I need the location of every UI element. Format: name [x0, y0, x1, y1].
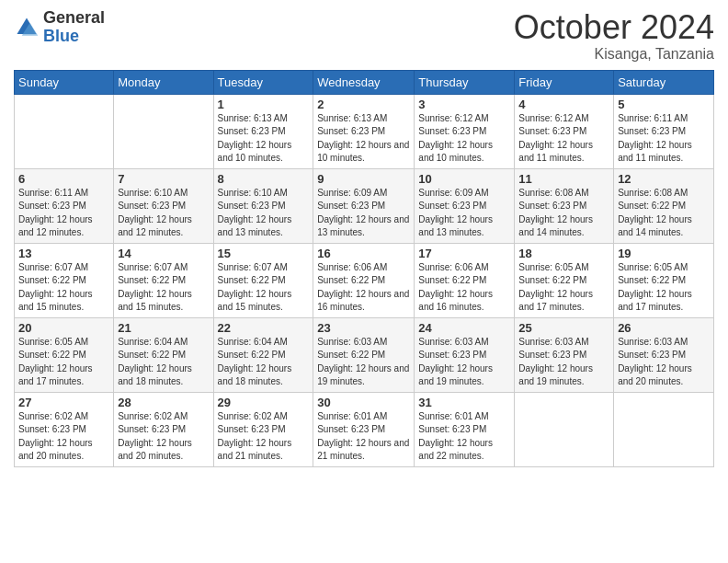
calendar-day-2: 2Sunrise: 6:13 AM Sunset: 6:23 PM Daylig… [313, 94, 415, 168]
day-info: Sunrise: 6:01 AM Sunset: 6:23 PM Dayligh… [317, 410, 410, 464]
title-block: October 2024 Kisanga, Tanzania [514, 9, 714, 63]
calendar-day-7: 7Sunrise: 6:10 AM Sunset: 6:23 PM Daylig… [114, 168, 213, 243]
day-info: Sunrise: 6:03 AM Sunset: 6:22 PM Dayligh… [317, 336, 410, 389]
calendar-day-30: 30Sunrise: 6:01 AM Sunset: 6:23 PM Dayli… [313, 392, 415, 466]
calendar-header-row: SundayMondayTuesdayWednesdayThursdayFrid… [15, 70, 714, 94]
calendar-empty-cell [515, 392, 614, 466]
calendar-empty-cell [614, 392, 714, 466]
day-info: Sunrise: 6:11 AM Sunset: 6:23 PM Dayligh… [18, 187, 109, 240]
day-info: Sunrise: 6:07 AM Sunset: 6:22 PM Dayligh… [18, 261, 109, 315]
calendar-day-23: 23Sunrise: 6:03 AM Sunset: 6:22 PM Dayli… [313, 317, 415, 392]
day-number: 16 [317, 247, 410, 260]
day-number: 20 [18, 321, 109, 335]
calendar-day-11: 11Sunrise: 6:08 AM Sunset: 6:23 PM Dayli… [515, 168, 614, 243]
calendar-day-28: 28Sunrise: 6:02 AM Sunset: 6:23 PM Dayli… [114, 392, 213, 466]
calendar-day-5: 5Sunrise: 6:11 AM Sunset: 6:23 PM Daylig… [614, 94, 714, 168]
day-info: Sunrise: 6:08 AM Sunset: 6:23 PM Dayligh… [518, 187, 609, 240]
calendar-empty-cell [114, 94, 213, 168]
calendar-day-4: 4Sunrise: 6:12 AM Sunset: 6:23 PM Daylig… [515, 94, 614, 168]
day-info: Sunrise: 6:02 AM Sunset: 6:23 PM Dayligh… [218, 410, 310, 464]
calendar-day-24: 24Sunrise: 6:03 AM Sunset: 6:23 PM Dayli… [415, 317, 515, 392]
calendar-day-9: 9Sunrise: 6:09 AM Sunset: 6:23 PM Daylig… [313, 168, 415, 243]
header: General Blue October 2024 Kisanga, Tanza… [14, 9, 714, 63]
calendar-day-8: 8Sunrise: 6:10 AM Sunset: 6:23 PM Daylig… [213, 168, 313, 243]
day-info: Sunrise: 6:02 AM Sunset: 6:23 PM Dayligh… [18, 410, 109, 464]
day-number: 24 [418, 321, 510, 335]
calendar-day-20: 20Sunrise: 6:05 AM Sunset: 6:22 PM Dayli… [15, 317, 114, 392]
calendar-day-27: 27Sunrise: 6:02 AM Sunset: 6:23 PM Dayli… [15, 392, 114, 466]
logo-text: General Blue [43, 9, 105, 46]
day-info: Sunrise: 6:03 AM Sunset: 6:23 PM Dayligh… [518, 336, 609, 389]
calendar-day-6: 6Sunrise: 6:11 AM Sunset: 6:23 PM Daylig… [15, 168, 114, 243]
day-number: 8 [218, 172, 310, 186]
calendar-day-12: 12Sunrise: 6:08 AM Sunset: 6:22 PM Dayli… [614, 168, 714, 243]
weekday-header-sunday: Sunday [15, 70, 114, 94]
day-number: 6 [18, 172, 109, 186]
day-number: 17 [418, 247, 510, 260]
day-number: 3 [418, 98, 510, 111]
logo-general-text: General [43, 9, 105, 28]
calendar-day-14: 14Sunrise: 6:07 AM Sunset: 6:22 PM Dayli… [114, 243, 213, 317]
calendar-day-22: 22Sunrise: 6:04 AM Sunset: 6:22 PM Dayli… [213, 317, 313, 392]
weekday-header-monday: Monday [114, 70, 213, 94]
day-info: Sunrise: 6:13 AM Sunset: 6:23 PM Dayligh… [317, 112, 410, 166]
day-info: Sunrise: 6:05 AM Sunset: 6:22 PM Dayligh… [618, 261, 710, 315]
day-info: Sunrise: 6:09 AM Sunset: 6:23 PM Dayligh… [418, 187, 510, 240]
calendar-week-row: 13Sunrise: 6:07 AM Sunset: 6:22 PM Dayli… [15, 243, 714, 317]
calendar-week-row: 20Sunrise: 6:05 AM Sunset: 6:22 PM Dayli… [15, 317, 714, 392]
day-info: Sunrise: 6:10 AM Sunset: 6:23 PM Dayligh… [118, 187, 209, 240]
calendar-day-3: 3Sunrise: 6:12 AM Sunset: 6:23 PM Daylig… [415, 94, 515, 168]
weekday-header-friday: Friday [515, 70, 614, 94]
calendar-table: SundayMondayTuesdayWednesdayThursdayFrid… [14, 70, 714, 467]
day-number: 27 [18, 396, 109, 409]
calendar-day-13: 13Sunrise: 6:07 AM Sunset: 6:22 PM Dayli… [15, 243, 114, 317]
calendar-day-16: 16Sunrise: 6:06 AM Sunset: 6:22 PM Dayli… [313, 243, 415, 317]
day-number: 25 [518, 321, 609, 335]
day-info: Sunrise: 6:08 AM Sunset: 6:22 PM Dayligh… [618, 187, 710, 240]
calendar-week-row: 1Sunrise: 6:13 AM Sunset: 6:23 PM Daylig… [15, 94, 714, 168]
calendar-day-21: 21Sunrise: 6:04 AM Sunset: 6:22 PM Dayli… [114, 317, 213, 392]
calendar-day-29: 29Sunrise: 6:02 AM Sunset: 6:23 PM Dayli… [213, 392, 313, 466]
day-info: Sunrise: 6:12 AM Sunset: 6:23 PM Dayligh… [518, 112, 609, 166]
calendar-day-10: 10Sunrise: 6:09 AM Sunset: 6:23 PM Dayli… [415, 168, 515, 243]
day-info: Sunrise: 6:07 AM Sunset: 6:22 PM Dayligh… [118, 261, 209, 315]
day-number: 11 [518, 172, 609, 186]
calendar-day-25: 25Sunrise: 6:03 AM Sunset: 6:23 PM Dayli… [515, 317, 614, 392]
day-info: Sunrise: 6:13 AM Sunset: 6:23 PM Dayligh… [218, 112, 310, 166]
calendar-week-row: 27Sunrise: 6:02 AM Sunset: 6:23 PM Dayli… [15, 392, 714, 466]
day-number: 21 [118, 321, 209, 335]
day-number: 28 [118, 396, 209, 409]
day-number: 9 [317, 172, 410, 186]
weekday-header-thursday: Thursday [415, 70, 515, 94]
calendar-day-19: 19Sunrise: 6:05 AM Sunset: 6:22 PM Dayli… [614, 243, 714, 317]
day-number: 4 [518, 98, 609, 111]
day-info: Sunrise: 6:01 AM Sunset: 6:23 PM Dayligh… [418, 410, 510, 464]
logo-icon [14, 15, 40, 40]
day-number: 15 [218, 247, 310, 260]
weekday-header-saturday: Saturday [614, 70, 714, 94]
day-number: 1 [218, 98, 310, 111]
day-number: 18 [518, 247, 609, 260]
day-info: Sunrise: 6:05 AM Sunset: 6:22 PM Dayligh… [518, 261, 609, 315]
day-number: 23 [317, 321, 410, 335]
title-location: Kisanga, Tanzania [514, 46, 714, 63]
day-info: Sunrise: 6:10 AM Sunset: 6:23 PM Dayligh… [218, 187, 310, 240]
day-number: 5 [618, 98, 710, 111]
day-info: Sunrise: 6:11 AM Sunset: 6:23 PM Dayligh… [618, 112, 710, 166]
day-number: 22 [218, 321, 310, 335]
weekday-header-tuesday: Tuesday [213, 70, 313, 94]
calendar-day-18: 18Sunrise: 6:05 AM Sunset: 6:22 PM Dayli… [515, 243, 614, 317]
day-info: Sunrise: 6:06 AM Sunset: 6:22 PM Dayligh… [418, 261, 510, 315]
page: General Blue October 2024 Kisanga, Tanza… [0, 0, 728, 563]
day-number: 12 [618, 172, 710, 186]
calendar-day-31: 31Sunrise: 6:01 AM Sunset: 6:23 PM Dayli… [415, 392, 515, 466]
day-number: 2 [317, 98, 410, 111]
day-info: Sunrise: 6:05 AM Sunset: 6:22 PM Dayligh… [18, 336, 109, 389]
day-number: 31 [418, 396, 510, 409]
day-info: Sunrise: 6:06 AM Sunset: 6:22 PM Dayligh… [317, 261, 410, 315]
day-info: Sunrise: 6:07 AM Sunset: 6:22 PM Dayligh… [218, 261, 310, 315]
title-month: October 2024 [514, 9, 714, 46]
day-number: 7 [118, 172, 209, 186]
day-number: 13 [18, 247, 109, 260]
day-info: Sunrise: 6:12 AM Sunset: 6:23 PM Dayligh… [418, 112, 510, 166]
